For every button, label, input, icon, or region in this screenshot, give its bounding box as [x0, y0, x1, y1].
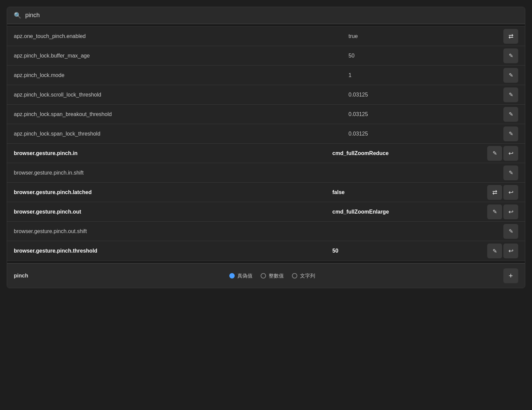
- radio-option-1[interactable]: 整數值: [261, 273, 284, 279]
- pref-name: apz.one_touch_pinch.enabled: [14, 29, 348, 44]
- undo-button[interactable]: [503, 244, 518, 258]
- search-input[interactable]: [25, 12, 518, 19]
- pref-value: 0.03125: [348, 87, 503, 103]
- pref-value: cmd_fullZoomEnlarge: [332, 204, 487, 220]
- pref-name: browser.gesture.pinch.threshold: [14, 243, 332, 259]
- table-row: apz.pinch_lock.mode1: [7, 66, 525, 85]
- pref-name: browser.gesture.pinch.out: [14, 204, 332, 220]
- radio-option-2[interactable]: 文字列: [292, 273, 315, 279]
- pref-actions: [503, 126, 518, 141]
- toggle-button[interactable]: [503, 29, 518, 44]
- pref-value: 0.03125: [348, 107, 503, 122]
- pencil-icon: [509, 72, 513, 78]
- radio-label-text-2: 文字列: [300, 273, 315, 279]
- pref-actions: [487, 244, 518, 258]
- undo-icon: [508, 150, 513, 157]
- pref-name: apz.pinch_lock.scroll_lock_threshold: [14, 87, 348, 103]
- undo-icon: [508, 247, 513, 255]
- pref-actions: [503, 107, 518, 122]
- pencil-icon: [509, 111, 513, 117]
- radio-dot-2: [292, 273, 297, 278]
- table-row: apz.pinch_lock.buffer_max_age50: [7, 46, 525, 66]
- pencil-icon: [509, 228, 513, 234]
- pref-actions: [487, 185, 518, 200]
- main-container: 🔍 apz.one_touch_pinch.enabledtrueapz.pin…: [7, 7, 525, 288]
- pencil-icon: [493, 209, 497, 215]
- edit-button[interactable]: [503, 165, 518, 180]
- undo-icon: [508, 189, 513, 196]
- table-row: browser.gesture.pinch.incmd_fullZoomRedu…: [7, 144, 525, 163]
- edit-button[interactable]: [487, 244, 502, 258]
- table-row: apz.pinch_lock.span_lock_threshold0.0312…: [7, 124, 525, 144]
- edit-button[interactable]: [503, 68, 518, 83]
- pref-value: [348, 227, 503, 236]
- toggle-button[interactable]: [487, 185, 502, 200]
- pref-actions: [503, 68, 518, 83]
- pencil-icon: [509, 52, 513, 59]
- pref-name: browser.gesture.pinch.out.shift: [14, 224, 348, 239]
- radio-option-0[interactable]: 真偽值: [229, 273, 253, 279]
- pencil-icon: [493, 150, 497, 156]
- edit-button[interactable]: [503, 107, 518, 122]
- pref-value: 1: [348, 68, 503, 83]
- edit-button[interactable]: [503, 48, 518, 63]
- radio-label-text-1: 整數值: [269, 273, 284, 279]
- toggle-icon: [508, 33, 513, 40]
- pref-name: browser.gesture.pinch.in.shift: [14, 165, 348, 181]
- type-radio-group: 真偽值整數值文字列: [47, 273, 497, 279]
- pencil-icon: [509, 131, 513, 137]
- pref-actions: [487, 146, 518, 161]
- pref-actions: [503, 165, 518, 180]
- search-bar: 🔍: [7, 7, 525, 24]
- pref-name: apz.pinch_lock.buffer_max_age: [14, 48, 348, 64]
- undo-icon: [508, 208, 513, 216]
- radio-dot-0: [229, 273, 235, 278]
- separator-top: [7, 24, 525, 27]
- pref-actions: [503, 48, 518, 63]
- pref-name: apz.pinch_lock.span_breakout_threshold: [14, 107, 348, 122]
- pref-value: cmd_fullZoomReduce: [332, 146, 487, 161]
- add-button[interactable]: +: [503, 268, 518, 283]
- undo-button[interactable]: [503, 146, 518, 161]
- edit-button[interactable]: [503, 87, 518, 102]
- pref-value: [348, 168, 503, 178]
- table-row: browser.gesture.pinch.outcmd_fullZoomEnl…: [7, 202, 525, 222]
- pref-name: browser.gesture.pinch.latched: [14, 185, 332, 200]
- edit-button[interactable]: [487, 204, 502, 219]
- undo-button[interactable]: [503, 185, 518, 200]
- pref-value: true: [348, 29, 503, 44]
- pref-name: apz.pinch_lock.span_lock_threshold: [14, 126, 348, 142]
- pencil-icon: [493, 248, 497, 254]
- pencil-icon: [509, 91, 513, 98]
- pencil-icon: [509, 170, 513, 176]
- pref-actions: [503, 29, 518, 44]
- table-row: browser.gesture.pinch.latchedfalse: [7, 183, 525, 202]
- edit-button[interactable]: [503, 224, 518, 239]
- pref-actions: [503, 87, 518, 102]
- search-icon: 🔍: [14, 12, 21, 18]
- pref-name: apz.pinch_lock.mode: [14, 68, 348, 83]
- radio-label-text-0: 真偽值: [237, 273, 253, 279]
- pref-value: 50: [348, 48, 503, 64]
- undo-button[interactable]: [503, 204, 518, 219]
- pref-actions: [487, 204, 518, 219]
- toggle-icon: [492, 189, 497, 196]
- pref-actions: [503, 224, 518, 239]
- radio-dot-1: [261, 273, 266, 278]
- table-row: browser.gesture.pinch.in.shift: [7, 163, 525, 183]
- pref-name: browser.gesture.pinch.in: [14, 146, 332, 161]
- edit-button[interactable]: [503, 126, 518, 141]
- pref-value: 0.03125: [348, 126, 503, 142]
- edit-button[interactable]: [487, 146, 502, 161]
- pref-value: 50: [332, 243, 487, 259]
- separator-bottom: [7, 261, 525, 263]
- table-row: apz.pinch_lock.span_breakout_threshold0.…: [7, 105, 525, 124]
- footer-pref-name: pinch: [14, 273, 41, 279]
- table-row: apz.pinch_lock.scroll_lock_threshold0.03…: [7, 85, 525, 105]
- preferences-table: apz.one_touch_pinch.enabledtrueapz.pinch…: [7, 27, 525, 261]
- table-row: apz.one_touch_pinch.enabledtrue: [7, 27, 525, 46]
- table-row: browser.gesture.pinch.out.shift: [7, 222, 525, 241]
- pref-value: false: [332, 185, 487, 200]
- footer-bar: pinch 真偽值整數值文字列 +: [7, 263, 525, 288]
- table-row: browser.gesture.pinch.threshold50: [7, 241, 525, 261]
